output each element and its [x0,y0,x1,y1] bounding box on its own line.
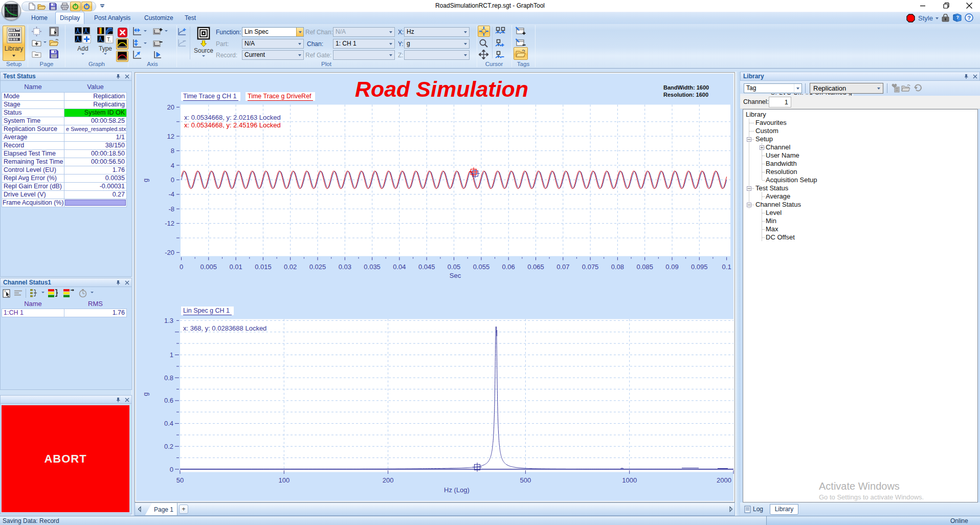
svg-text:0.095: 0.095 [691,263,708,271]
svg-text:2000: 2000 [717,476,731,484]
svg-text:0.025: 0.025 [309,263,326,271]
svg-text:-8: -8 [168,205,174,213]
svg-text:4: 4 [171,162,174,169]
svg-text:0: 0 [171,176,174,184]
svg-text:0: 0 [180,263,183,271]
svg-text:1: 1 [170,351,173,359]
svg-text:0.08: 0.08 [611,263,624,271]
svg-text:0.075: 0.075 [582,263,599,271]
svg-text:50: 50 [176,476,184,484]
svg-text:T.: T. [107,37,111,42]
svg-text:500: 500 [520,476,531,484]
svg-text:0.035: 0.035 [364,263,381,271]
svg-text:0.045: 0.045 [418,263,435,271]
svg-text:0.2: 0.2 [164,443,173,450]
svg-text:?: ? [967,15,971,21]
svg-text:0.01: 0.01 [229,263,242,271]
svg-text:0.005: 0.005 [201,263,217,271]
svg-text:0.8: 0.8 [164,374,173,382]
svg-text:0.04: 0.04 [393,263,406,271]
svg-text:0.09: 0.09 [665,263,678,271]
svg-text:0.085: 0.085 [636,263,653,271]
svg-text:T: T [4,290,6,293]
svg-text:?: ? [956,15,959,20]
svg-text:0.6: 0.6 [164,397,173,404]
svg-text:200: 200 [383,476,394,484]
svg-text:1.3: 1.3 [164,317,173,324]
svg-text:0.02: 0.02 [284,263,297,271]
svg-text:1000: 1000 [622,476,637,484]
svg-text:20: 20 [167,103,174,111]
svg-text:0.03: 0.03 [339,263,351,271]
svg-text:0.06: 0.06 [502,263,515,271]
svg-text:8: 8 [171,147,174,155]
svg-text:0.4: 0.4 [164,420,173,427]
svg-text:-20: -20 [165,249,174,256]
svg-text:12: 12 [167,133,174,140]
svg-text:-4: -4 [168,190,174,198]
svg-text:0.055: 0.055 [473,263,490,271]
svg-text:0.05: 0.05 [448,263,460,271]
svg-text:0.065: 0.065 [527,263,544,271]
svg-text:100: 100 [278,476,289,484]
svg-text:-12: -12 [165,220,174,227]
svg-text:0: 0 [170,466,173,473]
svg-text:0.1: 0.1 [722,263,731,271]
svg-text:0.015: 0.015 [255,263,272,271]
svg-text:0.07: 0.07 [556,263,569,271]
